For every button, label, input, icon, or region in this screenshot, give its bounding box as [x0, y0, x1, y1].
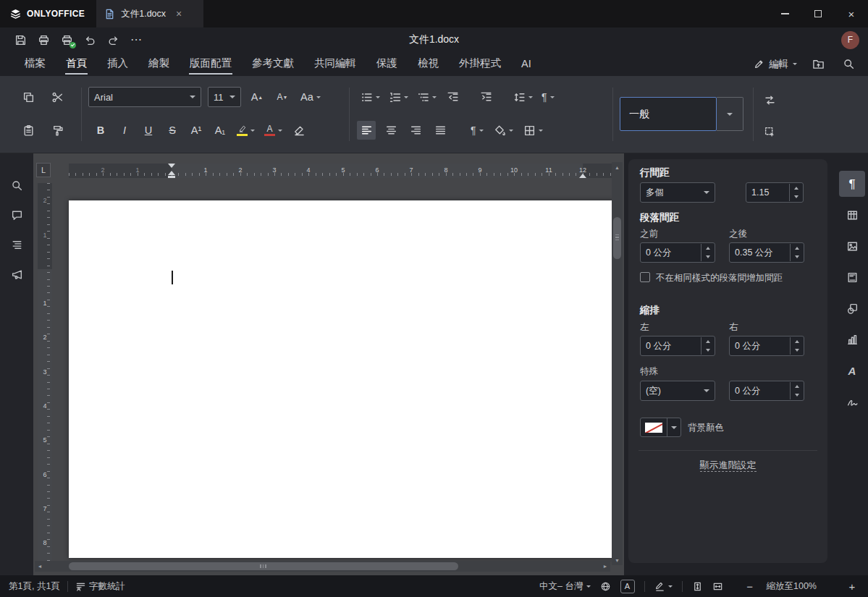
- styles-gallery-expand-button[interactable]: [717, 97, 743, 131]
- zoom-level[interactable]: 縮放至100%: [767, 580, 817, 593]
- borders-button[interactable]: [521, 121, 545, 140]
- tab-close-icon[interactable]: ×: [176, 9, 182, 19]
- format-painter-button[interactable]: [48, 121, 67, 140]
- spinner-arrows[interactable]: [701, 337, 714, 355]
- spacing-before-spinner[interactable]: 0 公分: [640, 242, 715, 263]
- horizontal-scrollbar[interactable]: ◄ ►: [35, 561, 610, 572]
- vertical-ruler[interactable]: 2 1 1 2 3 4 5 6 7 8: [38, 183, 52, 561]
- background-color-button[interactable]: [640, 418, 681, 437]
- font-size-select[interactable]: 11: [208, 87, 241, 107]
- print-button[interactable]: [32, 30, 55, 50]
- align-left-button[interactable]: [357, 121, 376, 140]
- undo-button[interactable]: [78, 30, 101, 50]
- align-center-button[interactable]: [382, 121, 400, 140]
- line-spacing-value-spinner[interactable]: 1.15: [746, 182, 804, 203]
- text-language-button[interactable]: 中文– 台灣: [539, 580, 590, 593]
- document-page[interactable]: [69, 200, 613, 558]
- text-art-settings-button[interactable]: A: [839, 357, 865, 384]
- spacing-after-spinner[interactable]: 0.35 公分: [729, 242, 804, 263]
- strikethrough-button[interactable]: S: [163, 121, 182, 140]
- customize-quick-access-button[interactable]: ⋯: [125, 30, 148, 50]
- line-spacing-button[interactable]: [511, 88, 535, 106]
- spinner-arrows[interactable]: [790, 382, 803, 399]
- select-tool-button[interactable]: [760, 122, 779, 141]
- tab-protection[interactable]: 保護: [366, 51, 408, 77]
- clear-formatting-button[interactable]: [290, 121, 308, 140]
- zoom-in-button[interactable]: +: [845, 580, 859, 593]
- redo-button[interactable]: [101, 30, 125, 50]
- scroll-up-button[interactable]: ▲: [612, 162, 623, 172]
- shape-settings-button[interactable]: [839, 295, 865, 321]
- increase-font-size-button[interactable]: A▲: [248, 88, 266, 106]
- first-line-indent-marker[interactable]: [168, 164, 175, 168]
- indent-right-spinner[interactable]: 0 公分: [729, 336, 804, 356]
- numbered-list-button[interactable]: [387, 88, 410, 106]
- header-footer-settings-button[interactable]: [839, 264, 865, 290]
- superscript-button[interactable]: A¹: [187, 121, 206, 140]
- spinner-arrows[interactable]: [790, 337, 803, 355]
- user-avatar[interactable]: F: [841, 31, 859, 49]
- tab-ai[interactable]: AI: [511, 53, 542, 76]
- set-language-button[interactable]: [600, 581, 611, 592]
- highlight-color-button[interactable]: [235, 121, 257, 140]
- table-settings-button[interactable]: [839, 202, 865, 228]
- tab-file[interactable]: 檔案: [14, 51, 56, 77]
- spinner-arrows[interactable]: [790, 244, 803, 261]
- left-indent-marker[interactable]: [168, 176, 175, 179]
- cut-button[interactable]: [48, 88, 67, 106]
- image-settings-button[interactable]: [839, 233, 865, 259]
- tab-collaboration[interactable]: 共同編輯: [304, 51, 366, 77]
- advanced-settings-link[interactable]: 顯示進階設定: [700, 460, 757, 472]
- navigation-button[interactable]: [5, 233, 28, 256]
- italic-button[interactable]: I: [115, 121, 134, 140]
- font-name-select[interactable]: Arial: [88, 87, 201, 107]
- tab-references[interactable]: 參考文獻: [242, 51, 304, 77]
- fit-page-button[interactable]: [692, 581, 703, 592]
- horizontal-ruler[interactable]: 2 1 1 2 3 4 5 6 7 8 9 10 11 12: [69, 164, 613, 178]
- vertical-scroll-thumb[interactable]: [613, 217, 621, 259]
- spell-check-button[interactable]: A: [620, 580, 635, 593]
- paragraph-mark-button[interactable]: ¶: [539, 88, 557, 106]
- indent-left-spinner[interactable]: 0 公分: [640, 336, 715, 356]
- feedback-button[interactable]: [5, 263, 28, 286]
- spinner-arrows[interactable]: [789, 184, 802, 201]
- multilevel-list-button[interactable]: [415, 88, 439, 106]
- quick-print-button[interactable]: [55, 30, 78, 50]
- tab-layout[interactable]: 版面配置: [180, 51, 242, 77]
- word-count-button[interactable]: 字數統計: [75, 580, 125, 593]
- horizontal-scroll-thumb[interactable]: [69, 562, 458, 570]
- tab-stop-selector[interactable]: L: [36, 163, 51, 177]
- document-tab[interactable]: 文件1.docx ×: [96, 0, 203, 27]
- tab-home[interactable]: 首頁: [56, 51, 97, 77]
- find-button[interactable]: [5, 174, 28, 197]
- comments-button[interactable]: [5, 203, 28, 226]
- bullet-list-button[interactable]: [358, 88, 382, 106]
- align-right-button[interactable]: [406, 121, 425, 140]
- right-indent-marker[interactable]: [579, 174, 586, 178]
- scroll-right-button[interactable]: ►: [600, 561, 610, 572]
- spinner-arrows[interactable]: [701, 244, 714, 261]
- open-file-location-button[interactable]: [809, 55, 827, 74]
- decrease-font-size-button[interactable]: A▼: [273, 88, 292, 106]
- scroll-down-button[interactable]: ▼: [612, 555, 623, 565]
- bold-button[interactable]: B: [91, 121, 110, 140]
- window-close-button[interactable]: ×: [835, 0, 868, 27]
- align-justify-button[interactable]: [431, 121, 450, 140]
- page-indicator[interactable]: 第1頁, 共1頁: [9, 580, 60, 593]
- search-button[interactable]: [839, 55, 858, 74]
- tab-view[interactable]: 檢視: [408, 51, 449, 77]
- editing-mode-button[interactable]: 編輯: [754, 58, 797, 71]
- tab-draw[interactable]: 繪製: [138, 51, 180, 77]
- tab-insert[interactable]: 插入: [97, 51, 138, 77]
- font-color-button[interactable]: A: [262, 121, 285, 140]
- track-changes-button[interactable]: [654, 581, 673, 592]
- special-indent-select[interactable]: (空): [640, 381, 715, 401]
- increase-indent-button[interactable]: [476, 88, 495, 106]
- chart-settings-button[interactable]: [839, 326, 865, 352]
- underline-button[interactable]: U: [139, 121, 158, 140]
- special-indent-amount-spinner[interactable]: 0 公分: [729, 381, 804, 401]
- nonprinting-characters-button[interactable]: ¶: [468, 121, 486, 140]
- hanging-indent-marker[interactable]: [168, 171, 175, 175]
- vertical-scrollbar[interactable]: ▲ ▼: [612, 162, 623, 565]
- paste-button[interactable]: [19, 121, 38, 140]
